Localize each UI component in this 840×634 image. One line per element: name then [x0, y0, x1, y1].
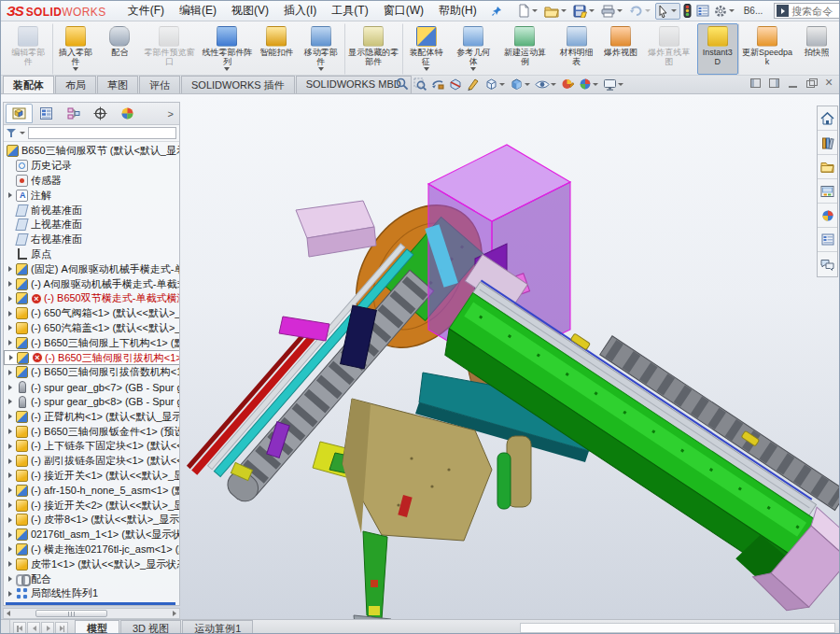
expand-arrow-icon[interactable]	[7, 486, 16, 495]
expand-arrow-icon[interactable]	[7, 515, 16, 525]
expand-arrow-icon[interactable]	[7, 264, 16, 274]
tree-row[interactable]: × 皮带1<1> (默认<<默认>_显示状态 1>)	[4, 557, 179, 571]
undo-button[interactable]	[627, 3, 654, 20]
tree-row[interactable]: × (固定) A伺服驱动机械手横走式-单截式65	[4, 261, 179, 276]
previous-view-icon[interactable]	[431, 77, 444, 91]
save-button[interactable]	[571, 3, 598, 20]
tree-row[interactable]: × 上视基准面	[4, 218, 179, 232]
featuremanager-tree-tab[interactable]	[6, 104, 33, 123]
graphics-area[interactable]: Y X Z >	[1, 94, 839, 619]
ribbon-button[interactable]: 参考几何体	[450, 23, 497, 75]
expand-arrow-icon[interactable]	[7, 323, 16, 332]
open-button[interactable]	[542, 3, 570, 20]
expand-arrow-icon[interactable]	[7, 427, 16, 436]
menu-item[interactable]: 插入(I)	[277, 1, 323, 21]
tree-row[interactable]: × (-) spur gear_gb<8> (GB - Spur gear	[4, 395, 179, 410]
document-tab[interactable]: 运动算例1	[182, 620, 253, 634]
expand-arrow-icon[interactable]	[7, 338, 16, 347]
expand-arrow-icon[interactable]	[7, 589, 16, 599]
expand-arrow-icon[interactable]	[7, 205, 16, 215]
tree-row[interactable]: × (-) B650三轴伺服钣金件<1> (预设<<预	[4, 424, 179, 439]
print-button[interactable]	[599, 3, 626, 20]
view-palette-icon[interactable]	[818, 179, 837, 204]
expand-arrow-icon[interactable]	[7, 220, 16, 230]
new-document-button[interactable]	[515, 3, 541, 20]
tree-row[interactable]: × 02176tl_asm_1<1> (默认<显示状态-1>)	[4, 528, 179, 542]
expand-arrow-icon[interactable]	[7, 176, 16, 185]
expand-arrow-icon[interactable]	[7, 368, 16, 377]
menu-item[interactable]: 文件(F)	[121, 1, 171, 21]
ribbon-button[interactable]: Instant3D	[697, 23, 738, 75]
doc-close-button[interactable]	[825, 78, 835, 88]
expand-arrow-icon[interactable]	[7, 412, 16, 421]
tree-row[interactable]: × 历史记录	[4, 159, 179, 174]
doc-restore-button[interactable]	[806, 78, 817, 88]
cad-model-viewport[interactable]	[178, 94, 839, 619]
expand-arrow-icon[interactable]	[7, 442, 16, 451]
command-tab[interactable]: 装配体	[3, 76, 54, 93]
configuration-manager-tab[interactable]	[60, 104, 87, 123]
zoom-area-icon[interactable]	[413, 77, 427, 91]
ribbon-button[interactable]: 插入零部件	[52, 23, 100, 75]
command-tab[interactable]: 草图	[97, 76, 138, 93]
panel-horizontal-scrollbar[interactable]	[3, 608, 180, 619]
tree-row[interactable]: × (-) B650双节横走式-单截式横滇机构	[4, 291, 179, 306]
collapse-right-pane-icon[interactable]	[769, 78, 779, 88]
tree-row[interactable]: × (-) 650气阀箱<1> (默认<<默认>_显示状	[4, 306, 179, 321]
dimxpert-manager-tab[interactable]	[87, 104, 114, 123]
home-resources-icon[interactable]	[818, 106, 837, 131]
menu-item[interactable]: 编辑(E)	[173, 1, 223, 21]
expand-arrow-icon[interactable]	[7, 530, 16, 540]
section-view-icon[interactable]	[449, 77, 462, 91]
search-input[interactable]	[791, 6, 840, 17]
scrollbar-thumb[interactable]	[35, 610, 106, 617]
expand-arrow-icon[interactable]	[7, 162, 16, 171]
command-tab[interactable]: 布局	[55, 76, 96, 93]
tree-row[interactable]: × (-) B650三轴伺服上下机构<1> (默认<默	[4, 335, 179, 350]
ribbon-button[interactable]: 智能扣件	[256, 23, 297, 75]
options-gear-button[interactable]	[712, 3, 738, 20]
ribbon-button[interactable]: 爆炸视图	[600, 23, 641, 75]
appearances-scenes-icon[interactable]	[818, 204, 837, 228]
tree-filter-input[interactable]	[28, 127, 176, 139]
pink-endblock-left[interactable]	[296, 201, 376, 257]
display-manager-tab[interactable]	[114, 104, 141, 123]
pane-splitter-handle[interactable]	[1, 620, 10, 634]
ribbon-button[interactable]: 编辑零部件	[5, 23, 52, 75]
display-settings-button[interactable]	[694, 3, 711, 20]
expand-arrow-icon[interactable]	[7, 457, 16, 466]
ribbon-button[interactable]: 爆炸直线草图	[641, 23, 697, 75]
tree-row[interactable]: × 传感器	[4, 174, 179, 189]
edit-appearance-icon[interactable]	[561, 77, 574, 91]
ribbon-button[interactable]: 配合	[99, 23, 140, 75]
command-tab[interactable]: SOLIDWORKS MBD	[296, 76, 412, 93]
tree-row[interactable]: × (-) B650三轴伺服引拔倍数机构<1> (默认	[4, 365, 179, 380]
tree-row[interactable]: × 原点	[4, 247, 179, 262]
property-manager-tab[interactable]	[33, 104, 60, 123]
tree-row[interactable]: × (-) 上下链条下固定块<1> (默认<<默认>	[4, 439, 179, 454]
ribbon-button[interactable]: 显示隐藏的零部件	[344, 23, 402, 75]
command-search-box[interactable]	[774, 3, 840, 19]
expand-arrow-icon[interactable]	[7, 471, 16, 480]
tree-row[interactable]: × (-) A伺服驱动机械手横走式-单截式650马	[4, 276, 179, 291]
annotation-view-icon[interactable]	[467, 77, 480, 91]
rebuild-button[interactable]	[681, 3, 693, 20]
tree-row[interactable]: × (-) 接近开关<1> (默认<<默认>_显示状	[4, 469, 179, 484]
magenta-bar-part[interactable]	[279, 317, 329, 341]
expand-arrow-icon[interactable]	[7, 397, 16, 406]
tree-row[interactable]: × 右视基准面	[4, 232, 179, 247]
select-tool-button[interactable]	[655, 3, 680, 20]
expand-arrow-icon[interactable]	[7, 574, 16, 584]
last-tab-button[interactable]	[55, 622, 68, 634]
tree-row[interactable]: × (-) 正臂机构<1> (默认<默认_显示状态-1	[4, 409, 179, 424]
menu-item[interactable]: 工具(T)	[325, 1, 374, 21]
tree-row[interactable]: × (-) spur gear_gb<7> (GB - Spur gear	[4, 380, 179, 395]
ribbon-button[interactable]: 零部件预览窗口	[140, 23, 198, 75]
custom-properties-icon[interactable]	[818, 228, 837, 252]
pin-menu-icon[interactable]	[491, 4, 502, 19]
view-settings-icon[interactable]	[603, 78, 623, 91]
ribbon-button[interactable]: 移动零部件	[297, 23, 344, 75]
tree-row[interactable]: × 前视基准面	[4, 203, 179, 218]
tree-row[interactable]: × B650三轴伺服双节 (默认<默认_显示状态-1>	[4, 144, 179, 159]
ribbon-button[interactable]: 材料明细表	[553, 23, 600, 75]
